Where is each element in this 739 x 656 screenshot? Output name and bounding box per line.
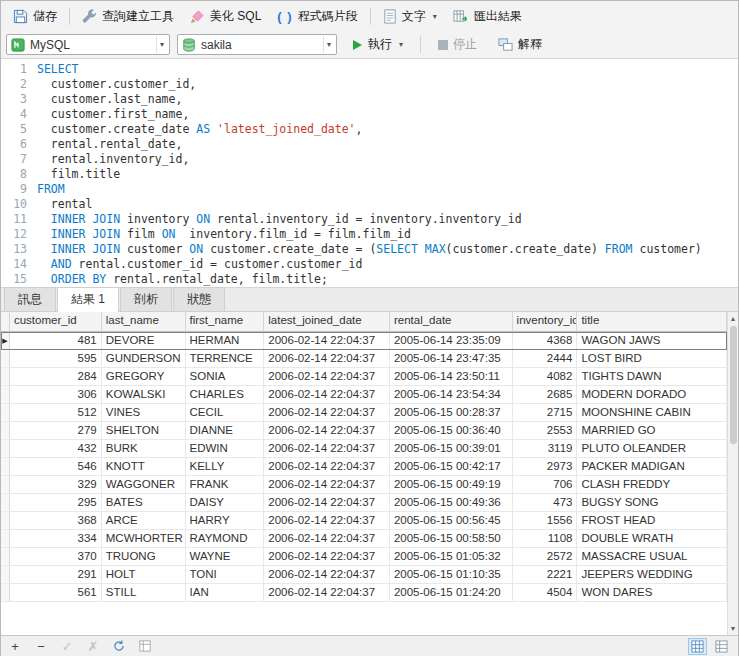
connection-select[interactable]: MySQL ▾ — [6, 34, 170, 55]
table-cell[interactable]: 2221 — [513, 566, 578, 584]
table-options-icon[interactable] — [138, 640, 152, 654]
table-cell[interactable]: RAYMOND — [186, 530, 265, 548]
table-cell[interactable]: 595 — [10, 350, 102, 368]
table-cell[interactable]: 2005-06-14 23:47:35 — [390, 350, 513, 368]
table-cell[interactable]: TONI — [186, 566, 265, 584]
table-cell[interactable]: 546 — [10, 458, 102, 476]
table-cell[interactable]: DEVORE — [102, 332, 186, 350]
table-row[interactable]: 334MCWHORTERRAYMOND2006-02-14 22:04:3720… — [1, 530, 727, 548]
column-header[interactable]: latest_joined_date — [264, 312, 390, 332]
table-cell[interactable]: 512 — [10, 404, 102, 422]
table-cell[interactable]: 4368 — [513, 332, 578, 350]
table-cell[interactable]: 4504 — [513, 584, 578, 602]
table-cell[interactable]: SHELTON — [102, 422, 186, 440]
table-cell[interactable]: 481 — [10, 332, 102, 350]
table-cell[interactable]: 432 — [10, 440, 102, 458]
table-cell[interactable]: HOLT — [102, 566, 186, 584]
table-cell[interactable]: HERMAN — [186, 332, 265, 350]
table-cell[interactable]: 2005-06-15 01:05:32 — [390, 548, 513, 566]
table-cell[interactable]: KELLY — [186, 458, 265, 476]
table-cell[interactable]: 3119 — [513, 440, 578, 458]
table-cell[interactable]: 2444 — [513, 350, 578, 368]
table-cell[interactable]: FRANK — [186, 476, 265, 494]
table-cell[interactable]: 2005-06-14 23:35:09 — [390, 332, 513, 350]
editor-code[interactable]: SELECT customer.customer_id, customer.la… — [37, 62, 738, 287]
table-cell[interactable]: KNOTT — [102, 458, 186, 476]
table-cell[interactable]: 2005-06-15 00:28:37 — [390, 404, 513, 422]
refresh-icon[interactable] — [112, 640, 126, 654]
table-cell[interactable]: 2006-02-14 22:04:37 — [264, 458, 390, 476]
discard-changes-icon[interactable]: ✗ — [86, 640, 100, 653]
tab-profile[interactable]: 剖析 — [120, 287, 172, 311]
column-header[interactable]: customer_id — [10, 312, 102, 332]
table-cell[interactable]: 2005-06-15 00:42:17 — [390, 458, 513, 476]
save-button[interactable]: 儲存 — [6, 5, 64, 28]
table-cell[interactable]: WAYNE — [186, 548, 265, 566]
stop-button[interactable]: 停止 — [431, 33, 484, 56]
table-cell[interactable]: 370 — [10, 548, 102, 566]
column-header[interactable]: first_name — [186, 312, 265, 332]
table-cell[interactable]: 706 — [513, 476, 578, 494]
table-cell[interactable]: MARRIED GO — [577, 422, 727, 440]
table-cell[interactable]: BUGSY SONG — [577, 494, 727, 512]
database-select[interactable]: sakila ▾ — [177, 34, 337, 55]
table-cell[interactable]: DOUBLE WRATH — [577, 530, 727, 548]
table-cell[interactable]: 2005-06-15 00:58:50 — [390, 530, 513, 548]
table-cell[interactable]: 2005-06-15 00:49:36 — [390, 494, 513, 512]
text-view-button[interactable]: 文字 ▾ — [376, 5, 444, 28]
table-cell[interactable]: 2005-06-14 23:54:34 — [390, 386, 513, 404]
table-cell[interactable]: 2005-06-15 00:56:45 — [390, 512, 513, 530]
table-cell[interactable]: 4082 — [513, 368, 578, 386]
table-cell[interactable]: 2005-06-15 00:36:40 — [390, 422, 513, 440]
table-cell[interactable]: BURK — [102, 440, 186, 458]
query-builder-button[interactable]: 查詢建立工具 — [75, 5, 181, 28]
table-cell[interactable]: MOONSHINE CABIN — [577, 404, 727, 422]
table-cell[interactable]: LOST BIRD — [577, 350, 727, 368]
table-row[interactable]: 306KOWALSKICHARLES2006-02-14 22:04:37200… — [1, 386, 727, 404]
code-snippet-button[interactable]: ( ) 程式碼片段 — [270, 5, 364, 28]
table-cell[interactable]: IAN — [186, 584, 265, 602]
table-cell[interactable]: 2006-02-14 22:04:37 — [264, 566, 390, 584]
table-cell[interactable]: WON DARES — [577, 584, 727, 602]
table-cell[interactable]: 2553 — [513, 422, 578, 440]
table-cell[interactable]: WAGON JAWS — [577, 332, 727, 350]
table-cell[interactable]: DAISY — [186, 494, 265, 512]
table-cell[interactable]: JEEPERS WEDDING — [577, 566, 727, 584]
table-row[interactable]: 329WAGGONERFRANK2006-02-14 22:04:372005-… — [1, 476, 727, 494]
apply-changes-icon[interactable]: ✓ — [60, 640, 74, 653]
table-row[interactable]: 284GREGORYSONIA2006-02-14 22:04:372005-0… — [1, 368, 727, 386]
table-cell[interactable]: 2005-06-15 01:10:35 — [390, 566, 513, 584]
table-cell[interactable]: GREGORY — [102, 368, 186, 386]
table-cell[interactable]: 2005-06-15 01:24:20 — [390, 584, 513, 602]
scroll-down-icon[interactable]: ▼ — [730, 622, 737, 635]
table-cell[interactable]: HARRY — [186, 512, 265, 530]
delete-record-icon[interactable]: − — [34, 640, 48, 653]
table-row[interactable]: 432BURKEDWIN2006-02-14 22:04:372005-06-1… — [1, 440, 727, 458]
table-cell[interactable]: 2006-02-14 22:04:37 — [264, 422, 390, 440]
table-cell[interactable]: 2685 — [513, 386, 578, 404]
table-cell[interactable]: 2006-02-14 22:04:37 — [264, 386, 390, 404]
table-cell[interactable]: 2006-02-14 22:04:37 — [264, 512, 390, 530]
table-cell[interactable]: 2572 — [513, 548, 578, 566]
table-cell[interactable]: 334 — [10, 530, 102, 548]
add-record-icon[interactable]: + — [8, 640, 22, 653]
table-cell[interactable]: TRUONG — [102, 548, 186, 566]
table-row[interactable]: 595GUNDERSONTERRENCE2006-02-14 22:04:372… — [1, 350, 727, 368]
table-cell[interactable]: MODERN DORADO — [577, 386, 727, 404]
table-cell[interactable]: 1556 — [513, 512, 578, 530]
table-cell[interactable]: 2006-02-14 22:04:37 — [264, 584, 390, 602]
column-header[interactable]: title — [577, 312, 727, 332]
table-cell[interactable]: 284 — [10, 368, 102, 386]
table-cell[interactable]: 2005-06-15 00:39:01 — [390, 440, 513, 458]
table-cell[interactable]: 2006-02-14 22:04:37 — [264, 530, 390, 548]
table-cell[interactable]: 291 — [10, 566, 102, 584]
table-cell[interactable]: GUNDERSON — [102, 350, 186, 368]
table-cell[interactable]: WAGGONER — [102, 476, 186, 494]
table-cell[interactable]: STILL — [102, 584, 186, 602]
table-row[interactable]: 279SHELTONDIANNE2006-02-14 22:04:372005-… — [1, 422, 727, 440]
table-row[interactable]: ▶481DEVOREHERMAN2006-02-14 22:04:372005-… — [1, 332, 727, 350]
tab-result-1[interactable]: 結果 1 — [57, 287, 119, 312]
table-cell[interactable]: 2006-02-14 22:04:37 — [264, 548, 390, 566]
table-cell[interactable]: ARCE — [102, 512, 186, 530]
table-cell[interactable]: CLASH FREDDY — [577, 476, 727, 494]
